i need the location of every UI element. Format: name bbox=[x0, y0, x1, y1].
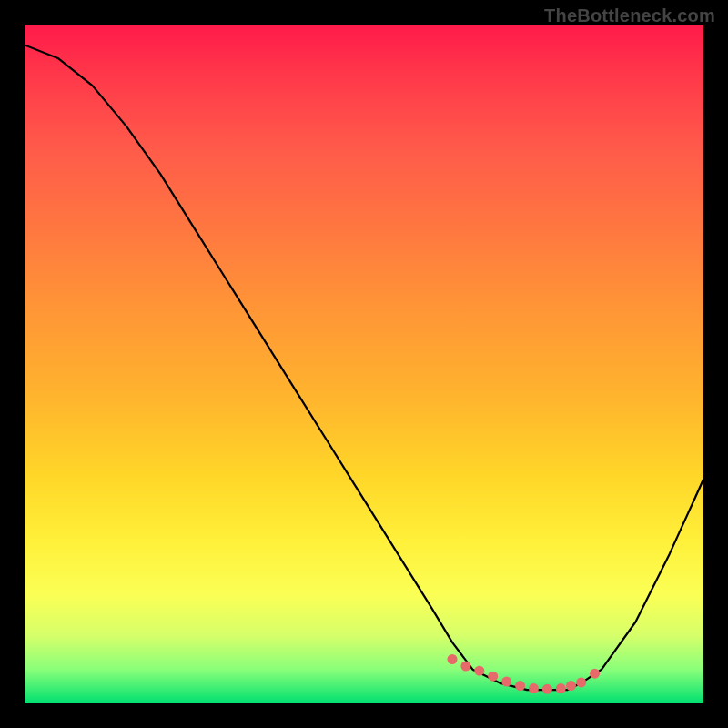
highlight-dot bbox=[542, 684, 552, 694]
plot-area bbox=[25, 25, 703, 703]
highlight-dot bbox=[556, 683, 566, 693]
highlight-dot bbox=[529, 683, 539, 693]
highlight-dot bbox=[460, 662, 470, 672]
highlight-dot bbox=[590, 669, 600, 679]
curve-svg bbox=[25, 25, 703, 703]
highlight-dot bbox=[474, 666, 484, 676]
highlight-dot bbox=[515, 681, 525, 691]
highlight-dot bbox=[576, 677, 586, 687]
highlight-dot bbox=[566, 681, 576, 691]
chart-container: TheBottleneck.com bbox=[0, 0, 728, 728]
watermark-text: TheBottleneck.com bbox=[544, 5, 715, 26]
main-curve bbox=[25, 45, 703, 690]
highlight-dot bbox=[501, 677, 511, 687]
highlight-dot bbox=[448, 654, 458, 664]
highlight-dot bbox=[488, 672, 498, 682]
highlight-dots bbox=[448, 654, 601, 694]
